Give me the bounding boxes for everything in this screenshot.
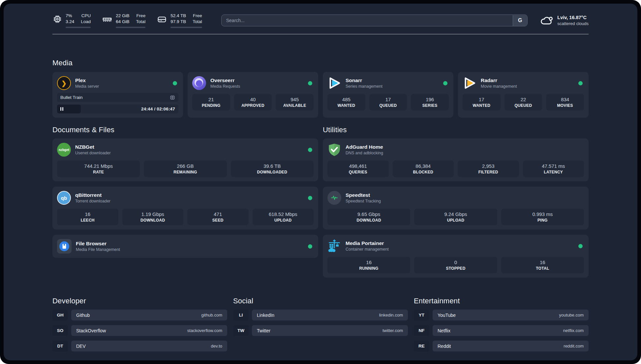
link-stackoverflow[interactable]: SO StackOverflowstackoverflow.com [52,325,227,336]
memory-stat: 22 GiB 64 GiB Free Total [102,13,145,28]
stat-wanted: 17WANTED [463,94,501,110]
cpu-label-1: CPU [81,13,91,19]
cpu-label-2: Load [81,19,91,25]
disk-free: 52.4 TB [170,13,186,19]
app-card-qbittorrent[interactable]: qb qBittorrent Torrent downloader 16LEEC… [52,187,318,229]
overseerr-icon [192,76,206,90]
plex-icon: ❯ [57,76,71,90]
app-description: Media server [75,84,99,89]
stat-leech: 16LEECH [57,209,118,225]
app-description: Media File Management [76,247,120,253]
cloud-icon [539,14,553,27]
pause-icon[interactable] [60,107,63,111]
stat-wanted: 485WANTED [327,94,365,110]
weather-condition: scattered clouds [557,21,589,27]
link-linkedin[interactable]: LI LinkedInlinkedin.com [233,310,408,320]
section-title-utilities: Utilities [323,126,589,134]
link-code-badge: LI [233,310,249,320]
link-code-badge: TW [233,325,249,336]
app-card-filebrowser[interactable]: File Browser Media File Management [52,235,318,258]
search-input[interactable] [221,15,528,26]
status-indicator-online [308,244,312,249]
stat-blocked: 86,384BLOCKED [393,161,454,177]
app-card-adguard[interactable]: AdGuard Home DNS and adblocking 498,461Q… [323,138,589,181]
nzbget-icon: nzbget [57,143,71,157]
link-netflix[interactable]: NF Netflixnetflix.com [414,325,589,336]
stat-movies: 834MOVIES [546,94,584,110]
app-description: Torrent downloader [75,198,110,204]
cpu-stat: 7% 3.24 CPU Load [52,13,91,28]
link-youtube[interactable]: YT YouTubeyoutube.com [414,310,589,320]
app-name: Radarr [481,77,517,84]
search-engine-button[interactable]: G [513,15,527,26]
app-description: Series management [346,84,382,89]
app-name: Media Portainer [346,240,389,247]
stat-downloaded: 39.6 TBDOWNLOADED [231,161,314,177]
status-indicator-online [443,81,447,85]
entertainment-column: Entertainment YT YouTubeyoutube.com NF N… [414,297,589,351]
status-indicator-online [308,81,312,85]
documents-column: Documents & Files nzbget NZBGet Usenet d… [52,126,318,278]
status-indicator-online [308,196,312,200]
adguard-shield-icon [327,143,341,157]
qbittorrent-icon: qb [57,191,71,205]
section-title-social: Social [233,297,408,305]
app-description: Usenet downloader [75,150,111,156]
link-reddit[interactable]: RE Redditreddit.com [414,341,589,351]
section-title-documents: Documents & Files [52,126,318,134]
app-name: AdGuard Home [346,144,383,150]
link-github[interactable]: GH Githubgithub.com [52,310,227,320]
app-name: Sonarr [346,77,382,84]
window-frame: 7% 3.24 CPU Load [0,0,641,364]
cpu-loadavg: 3.24 [66,19,74,25]
link-twitter[interactable]: TW Twittertwitter.com [233,325,408,336]
link-dev-to[interactable]: DT DEVdev.to [52,341,227,351]
app-card-plex[interactable]: ❯ Plex Media server Bullet Train 24:44 [52,72,183,118]
memory-progress-track [116,27,145,28]
link-code-badge: GH [52,310,68,320]
app-card-radarr[interactable]: Radarr Movie management 17WANTED 22QUEUE… [458,72,589,118]
media-row: ❯ Plex Media server Bullet Train 24:44 [52,72,589,118]
stat-ping: 0.993 msPING [501,209,584,225]
disk-icon [157,14,167,26]
link-code-badge: SO [52,325,68,336]
weather-widget: Lviv, 16.87°C scattered clouds [539,14,589,27]
app-card-nzbget[interactable]: nzbget NZBGet Usenet downloader 744.21 M… [52,138,318,181]
top-bar: 7% 3.24 CPU Load [52,13,589,28]
radarr-icon [463,76,476,90]
stat-seed: 471SEED [187,209,249,225]
sonarr-icon [327,76,341,90]
link-code-badge: NF [414,325,429,336]
portainer-crane-icon [327,239,341,253]
now-playing-title: Bullet Train [60,95,170,100]
stat-rate: 744.21 MbpsRATE [57,161,140,177]
dashboard: 7% 3.24 CPU Load [4,4,637,360]
app-description: DNS and adblocking [346,150,383,156]
link-code-badge: YT [414,310,429,320]
status-indicator-online [308,148,312,152]
app-description: Movie management [481,84,517,89]
section-title-developer: Developer [52,297,227,305]
stat-total: 16TOTAL [501,257,584,273]
section-title-media: Media [52,59,589,67]
app-card-overseerr[interactable]: Overseerr Media Requests 21PENDING 40APP… [188,72,318,118]
app-name: qBittorrent [75,192,110,198]
app-card-speedtest[interactable]: Speedtest Speedtest Tracking 9.65 GbpsDO… [323,187,589,229]
stat-available: 945AVAILABLE [276,94,314,110]
stat-running: 16RUNNING [327,257,410,273]
app-name: Plex [75,77,99,84]
app-description: Media Requests [210,84,240,89]
search-box: G [221,15,528,26]
ram-icon [102,14,112,26]
app-card-portainer[interactable]: Media Portainer Container management 16R… [323,235,589,278]
app-card-sonarr[interactable]: Sonarr Series management 485WANTED 17QUE… [323,72,453,118]
link-code-badge: RE [414,341,429,351]
stat-upload: 9.24 GbpsUPLOAD [414,209,497,225]
disk-label-1: Free [193,13,202,19]
cpu-chip-icon [52,14,62,25]
section-title-entertainment: Entertainment [414,297,589,305]
stat-upload: 618.52 MbpsUPLOAD [253,209,314,225]
header-divider [52,34,589,34]
playback-time: 24:44 / 02:06:47 [141,106,175,111]
utilities-column: Utilities AdGuard Home [323,126,589,278]
